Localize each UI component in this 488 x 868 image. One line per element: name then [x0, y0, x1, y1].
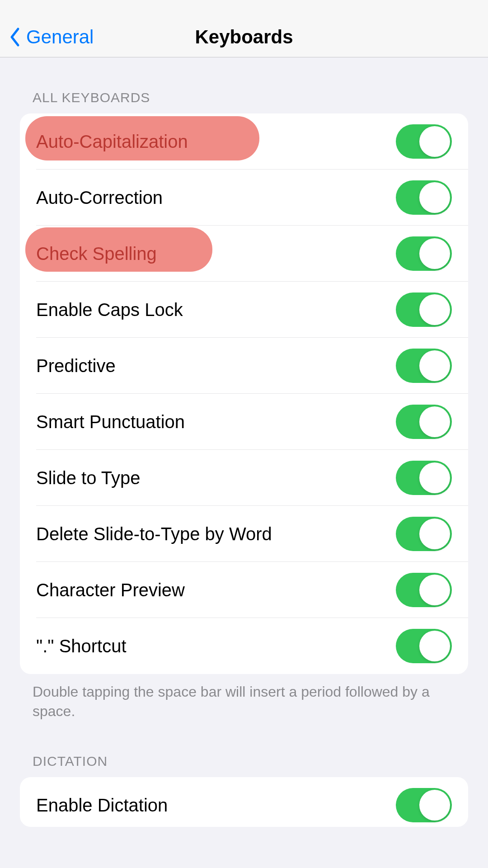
toggle-slide-to-type[interactable] [396, 461, 452, 495]
setting-row-enable-caps-lock: Enable Caps Lock [20, 282, 468, 338]
toggle-knob [419, 294, 450, 325]
section-header-dictation: DICTATION [20, 754, 468, 769]
toggle-knob [419, 238, 450, 269]
toggle-delete-slide-word[interactable] [396, 517, 452, 551]
setting-label: "." Shortcut [36, 636, 127, 656]
section-header-all-keyboards: ALL KEYBOARDS [20, 90, 468, 105]
section-footer-all-keyboards: Double tapping the space bar will insert… [20, 674, 468, 721]
setting-label: Enable Dictation [36, 795, 168, 816]
toggle-knob [419, 126, 450, 157]
setting-row-predictive: Predictive [20, 338, 468, 394]
navigation-bar: General Keyboards [0, 0, 488, 57]
content-area: ALL KEYBOARDS Auto-Capitalization Auto-C… [0, 90, 488, 827]
setting-label: Character Preview [36, 580, 185, 600]
back-label: General [26, 26, 94, 48]
toggle-knob [419, 519, 450, 549]
setting-row-auto-correction: Auto-Correction [20, 170, 468, 226]
dictation-group: Enable Dictation [20, 777, 468, 827]
toggle-knob [419, 350, 450, 381]
toggle-knob [419, 406, 450, 437]
toggle-knob [419, 462, 450, 493]
toggle-caps-lock[interactable] [396, 292, 452, 327]
setting-label: Delete Slide-to-Type by Word [36, 524, 272, 544]
setting-row-check-spelling: Check Spelling [20, 226, 468, 282]
setting-row-slide-to-type: Slide to Type [20, 450, 468, 506]
toggle-period-shortcut[interactable] [396, 629, 452, 663]
toggle-auto-correction[interactable] [396, 180, 452, 215]
setting-label: Enable Caps Lock [36, 300, 183, 320]
setting-label: Predictive [36, 356, 116, 376]
back-button[interactable]: General [9, 26, 94, 48]
setting-row-smart-punctuation: Smart Punctuation [20, 394, 468, 450]
setting-row-auto-capitalization: Auto-Capitalization [20, 113, 468, 170]
setting-row-period-shortcut: "." Shortcut [20, 618, 468, 674]
setting-row-character-preview: Character Preview [20, 562, 468, 618]
toggle-auto-capitalization[interactable] [396, 124, 452, 159]
toggle-character-preview[interactable] [396, 573, 452, 607]
toggle-enable-dictation[interactable] [396, 788, 452, 822]
setting-row-delete-slide-word: Delete Slide-to-Type by Word [20, 506, 468, 562]
toggle-check-spelling[interactable] [396, 236, 452, 271]
setting-label: Slide to Type [36, 468, 141, 488]
page-title: Keyboards [195, 26, 293, 48]
setting-row-enable-dictation: Enable Dictation [20, 777, 468, 827]
setting-label: Auto-Correction [36, 188, 163, 208]
all-keyboards-group: Auto-Capitalization Auto-Correction Chec… [20, 113, 468, 674]
toggle-knob [419, 575, 450, 605]
toggle-predictive[interactable] [396, 349, 452, 383]
toggle-smart-punctuation[interactable] [396, 405, 452, 439]
toggle-knob [419, 182, 450, 213]
toggle-knob [419, 631, 450, 661]
setting-label: Check Spelling [36, 244, 157, 264]
toggle-knob [419, 790, 450, 821]
chevron-left-icon [9, 27, 22, 47]
setting-label: Smart Punctuation [36, 412, 185, 432]
setting-label: Auto-Capitalization [36, 132, 188, 152]
